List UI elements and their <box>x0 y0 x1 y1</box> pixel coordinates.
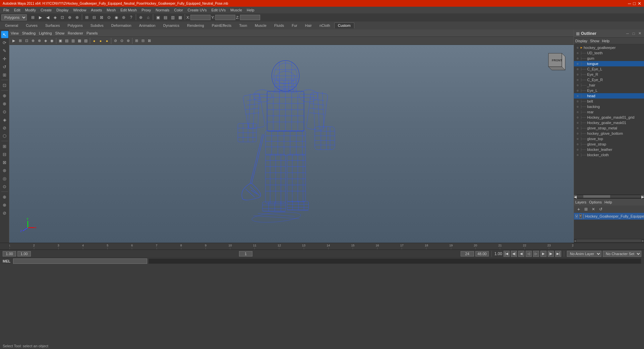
tool-14[interactable]: ⊗ <box>1 201 8 209</box>
mode-icon-3[interactable]: ◀ <box>44 14 51 21</box>
tab-hair[interactable]: Hair <box>301 22 315 28</box>
vp-icon-8[interactable]: ▣ <box>57 38 63 44</box>
tool-5[interactable]: ⊘ <box>1 124 8 131</box>
menu-item-display[interactable]: Display <box>54 8 70 12</box>
vp-icon-10[interactable]: ▥ <box>70 38 76 44</box>
shading-menu[interactable]: Shading <box>22 31 36 35</box>
scroll-left-arrow[interactable]: ◀ <box>574 239 576 242</box>
vp-icon-19[interactable]: ⊞ <box>133 38 139 44</box>
mode-icon-10[interactable]: ⊠ <box>98 14 105 21</box>
layer-options-btn[interactable]: ⊞ <box>583 206 589 213</box>
menu-item-muscle[interactable]: Muscle <box>228 8 244 12</box>
mode-icon-12[interactable]: ◉ <box>113 14 120 21</box>
anim-layer-dropdown[interactable]: No Anim Layer <box>567 251 601 257</box>
x-input[interactable] <box>190 15 211 20</box>
tool-11[interactable]: ◎ <box>1 175 8 182</box>
tree-item-C_Eye_R[interactable]: o├──C_Eye_R <box>574 77 644 82</box>
vp-icon-9[interactable]: ▤ <box>64 38 70 44</box>
lighting-menu[interactable]: Lighting <box>39 31 52 35</box>
prev-frame-btn[interactable]: ◀ <box>518 251 524 257</box>
vp-icon-5[interactable]: ⊗ <box>36 38 42 44</box>
vp-icon-17[interactable]: ⊙ <box>119 38 125 44</box>
tool-7[interactable]: ⊞ <box>1 142 8 150</box>
play-fwd-btn[interactable]: ▷ <box>533 251 539 257</box>
panels-menu[interactable]: Panels <box>86 31 98 35</box>
layer-color[interactable] <box>583 214 584 219</box>
mode-icon-1[interactable]: ⊞ <box>30 14 36 21</box>
tab-fluids[interactable]: Fluids <box>271 22 288 28</box>
tab-dynamics[interactable]: Dynamics <box>160 22 183 28</box>
tree-item-Eye_R[interactable]: o├──Eye_R <box>574 72 644 77</box>
mode-icon-9[interactable]: ⊟ <box>91 14 98 21</box>
menu-item-edit mesh[interactable]: Edit Mesh <box>118 8 139 12</box>
tool-15[interactable]: ⊘ <box>1 209 8 217</box>
outliner-close[interactable]: ✕ <box>637 31 642 36</box>
menu-item-edit[interactable]: Edit <box>12 8 22 12</box>
scroll-track[interactable] <box>577 195 641 198</box>
menu-item-proxy[interactable]: Proxy <box>139 8 153 12</box>
mel-input[interactable] <box>13 258 147 264</box>
render-icon-2[interactable]: ▤ <box>162 14 169 21</box>
tab-painteffects[interactable]: PaintEffects <box>208 22 235 28</box>
outliner-minimize[interactable]: ─ <box>625 31 630 36</box>
tree-item-Hockey_goalie_mask01[interactable]: o├──Hockey_goalie_mask01 <box>574 120 644 125</box>
tree-item-glove_strap[interactable]: o├──glove_strap <box>574 141 644 147</box>
vp-icon-20[interactable]: ⊟ <box>140 38 146 44</box>
vp-icon-14[interactable]: ● <box>98 38 104 44</box>
tree-item-head[interactable]: o├──head <box>574 93 644 99</box>
tree-item-hockey_glove_bottom[interactable]: o├──hockey_glove_bottom <box>574 131 644 136</box>
outliner-bottom-scroll[interactable]: ◀ ▶ <box>574 239 644 243</box>
outliner-display-menu[interactable]: Display <box>575 39 587 43</box>
tab-animation[interactable]: Animation <box>135 22 159 28</box>
tab-deformation[interactable]: Deformation <box>108 22 135 28</box>
tree-item-Eye_L[interactable]: o├──Eye_L <box>574 88 644 93</box>
outliner-maximize[interactable]: □ <box>631 31 636 36</box>
tool-12[interactable]: ⊙ <box>1 183 8 190</box>
tool-9[interactable]: ⊠ <box>1 159 8 166</box>
soft-select[interactable]: ⊡ <box>1 81 8 89</box>
vp-icon-2[interactable]: ⊞ <box>17 38 23 44</box>
tab-muscle[interactable]: Muscle <box>251 22 270 28</box>
next-frame-btn[interactable]: ▶ <box>540 251 546 257</box>
tree-item-glove_strap_metal[interactable]: o├──glove_strap_metal <box>574 125 644 131</box>
mode-icon-14[interactable]: ? <box>128 14 134 21</box>
layer-visibility[interactable]: V <box>575 214 578 218</box>
tree-item-tongue[interactable]: o├──tongue <box>574 61 644 66</box>
go-end-btn[interactable]: ▶| <box>555 251 561 257</box>
help-tab[interactable]: Help <box>604 200 612 204</box>
menu-item-file[interactable]: File <box>1 8 11 12</box>
tree-item-C_Eye_L[interactable]: o├──C_Eye_L <box>574 66 644 72</box>
z-input[interactable] <box>240 15 260 20</box>
mode-icon-11[interactable]: ⊙ <box>106 14 112 21</box>
layer-type[interactable]: T <box>579 214 582 219</box>
front-cube-indicator[interactable]: FRONT <box>547 52 567 72</box>
tool-2[interactable]: ⊗ <box>1 100 8 107</box>
scroll-right-arrow[interactable]: ▶ <box>642 239 644 242</box>
move-tool[interactable]: ✛ <box>1 55 8 62</box>
tree-item-glove_top[interactable]: o├──glove_top <box>574 136 644 141</box>
menu-item-normals[interactable]: Normals <box>154 8 171 12</box>
current-frame-input[interactable] <box>239 251 252 256</box>
vp-icon-12[interactable]: ▧ <box>83 38 89 44</box>
layer-refresh-btn[interactable]: ↺ <box>597 206 604 213</box>
layer-item[interactable]: V T Hockey_Goalkeeper_Fully_Equipped_Neu… <box>574 213 644 220</box>
mode-icon-13[interactable]: ⊛ <box>120 14 127 21</box>
mode-icon-5[interactable]: ⊡ <box>59 14 66 21</box>
rotate-tool[interactable]: ↺ <box>1 63 8 70</box>
vp-icon-21[interactable]: ⊠ <box>146 38 152 44</box>
play-back-btn[interactable]: ◁ <box>526 251 532 257</box>
menu-item-help[interactable]: Help <box>245 8 256 12</box>
tree-item-UD_teeth[interactable]: o├──UD_teeth <box>574 50 644 56</box>
paint-tool[interactable]: ✎ <box>1 47 8 54</box>
tab-custom[interactable]: Custom <box>334 22 354 28</box>
tree-item-Hockey_goalie_mask01_grid[interactable]: o├──Hockey_goalie_mask01_grid <box>574 115 644 120</box>
range-end-input[interactable] <box>475 251 489 256</box>
render-icon-4[interactable]: ▦ <box>177 14 183 21</box>
tree-item-gum[interactable]: o├──gum <box>574 56 644 61</box>
menu-item-create[interactable]: Create <box>39 8 54 12</box>
vp-icon-1[interactable]: ▶ <box>11 38 17 44</box>
tool-3[interactable]: ⊙ <box>1 108 8 115</box>
scroll-thumb[interactable] <box>583 195 610 198</box>
layers-tab[interactable]: Layers <box>575 200 586 204</box>
minimize-button[interactable]: ─ <box>628 1 631 6</box>
